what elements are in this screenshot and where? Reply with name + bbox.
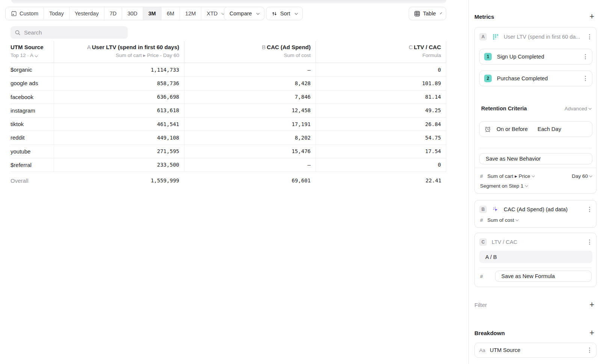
column-header-metric-a[interactable]: AUser LTV (spend in first 60 days) Sum o… [54,41,184,63]
metric-menu-button[interactable] [587,205,592,214]
row-label: facebook [11,90,54,104]
segment-row: Segment on Step 1 [480,181,592,190]
step-event-label: Purchase Completed [497,75,583,81]
row-label: google ads [11,77,54,90]
breakdown-item-card[interactable]: Aa UTM Source [474,343,596,358]
results-table: UTM Source Top 12 · A AUser LTV (spend i… [11,41,446,189]
save-behavior-button[interactable]: Save as New Behavior [479,153,592,164]
save-behavior-label: Save as New Behavior [486,156,541,162]
range-today-button[interactable]: Today [44,7,69,20]
range-30d-button[interactable]: 30D [122,7,143,20]
aggregation-row: # Sum of cost [480,215,592,224]
metric-card-c: C LTV / CAC A / B # Save as New Formula [474,233,596,287]
add-metric-button[interactable]: + [589,13,596,20]
sort-button[interactable]: Sort [266,7,303,20]
column-title: User LTV (spend in first 60 days) [92,44,179,50]
step-menu-button[interactable] [583,74,587,83]
retention-mode-value: Advanced [565,106,587,111]
breakdown-section-header: Breakdown + [474,328,596,337]
range-yesterday-button[interactable]: Yesterday [69,7,104,20]
table-row[interactable]: instagram 613,618 12,458 49.25 [11,104,446,117]
range-7d-button[interactable]: 7D [104,7,122,20]
series-letter: C [409,44,413,50]
series-letter: B [262,44,266,50]
save-formula-button[interactable]: Save as New Formula [495,271,592,282]
summary-value: 1,559,999 [54,177,184,184]
search-box[interactable] [11,26,128,39]
window-value: Day 60 [572,173,588,179]
chevron-down-icon [294,12,297,15]
cell-value: – [184,158,316,171]
range-custom-button[interactable]: Custom [6,7,44,20]
metric-a-header[interactable]: A User LTV (spend in first 60 da... [479,32,592,41]
range-label: 6M [167,11,174,17]
aggregation-dropdown[interactable]: Sum of cost [488,217,518,223]
compare-button[interactable]: Compare [224,7,264,20]
window-dropdown[interactable]: Day 60 [572,173,592,179]
metric-menu-button[interactable] [587,33,592,41]
funnel-step-2[interactable]: 2 Purchase Completed [479,71,592,86]
column-header-metric-b[interactable]: BCAC (Ad Spend) Sum of cost [184,41,316,63]
collapsed-chart-panel [11,0,446,3]
range-6m-button[interactable]: 6M [161,7,180,20]
retention-criteria-header: Retention Criteria Advanced [481,104,591,113]
metric-c-header[interactable]: C LTV / CAC [479,238,592,247]
cell-value: 8,202 [184,131,316,144]
cell-value: 461,541 [54,117,184,131]
step-number-badge: 1 [484,53,492,60]
table-row[interactable]: youtube 271,595 15,476 17.54 [11,145,446,158]
breakdown-menu-button[interactable] [587,346,592,354]
range-label: Yesterday [75,11,99,17]
table-row[interactable]: tiktok 461,541 17,191 26.84 [11,117,446,131]
segment-value: Segment on Step 1 [480,183,524,189]
column-subtitle: Sum of cart ▸ Price - Day 60 [54,52,184,59]
aggregation-value: Sum of cost [488,217,514,223]
formula-input[interactable]: A / B [479,251,592,263]
formula-value: A / B [485,254,497,260]
retention-criteria-row[interactable]: On or Before Each Day [479,121,592,137]
table-summary-row: Overall 1,559,999 69,601 22.41 [11,172,446,189]
metric-b-header[interactable]: B CAC (Ad Spend) (ad data) [479,205,592,214]
column-subtitle: Formula [316,52,446,59]
aggregation-dropdown[interactable]: Sum of cart ▸ Price [488,173,534,179]
series-letter-badge: B [479,206,487,213]
funnel-step-1[interactable]: 1 Sign Up Completed [479,49,592,65]
step-menu-button[interactable] [583,53,587,61]
range-12m-button[interactable]: 12M [180,7,201,20]
range-3m-button[interactable]: 3M [143,7,161,20]
date-range-control: Custom Today Yesterday 7D 30D 3M 6M 12M … [5,7,230,20]
retention-criteria-label: Retention Criteria [481,105,527,111]
range-label: 7D [110,11,117,17]
add-breakdown-button[interactable]: + [589,329,596,337]
series-letter-badge: A [479,33,487,41]
cell-value: 101.89 [316,77,446,90]
table-row[interactable]: facebook 636,698 7,846 81.14 [11,90,446,104]
retention-mode-dropdown[interactable]: Advanced [565,106,591,111]
segment-dropdown[interactable]: Segment on Step 1 [480,183,527,189]
table-row[interactable]: $referral 233,500 – 0 [11,158,446,172]
add-filter-button[interactable]: + [589,301,596,308]
cell-value: 1,114,733 [54,63,184,76]
search-input[interactable] [24,29,124,36]
view-selector-button[interactable]: Table [409,7,446,20]
table-header-row: UTM Source Top 12 · A AUser LTV (spend i… [11,41,446,63]
column-header-utm-source[interactable]: UTM Source Top 12 · A [11,41,54,63]
table-row[interactable]: google ads 858,736 8,428 101.89 [11,77,446,90]
step-number-badge: 2 [484,75,492,82]
metric-menu-button[interactable] [587,238,592,246]
metrics-title: Metrics [474,14,494,20]
table-row[interactable]: $organic 1,114,733 – 0 [11,63,446,77]
aggregation-value: Sum of cart ▸ Price [488,173,530,179]
toolbar: Custom Today Yesterday 7D 30D 3M 6M 12M … [0,7,462,20]
column-title: CAC (Ad Spend) [267,44,311,50]
table-row[interactable]: reddit 449,108 8,202 54.75 [11,131,446,144]
chevron-down-icon [588,107,591,110]
chevron-down-icon [532,174,535,177]
cell-value: 54.75 [316,131,446,144]
cell-value: 17.54 [316,145,446,158]
column-header-metric-c[interactable]: CLTV / CAC Formula [316,41,446,63]
table-grid-icon [414,11,420,17]
summary-label: Overall [11,177,54,184]
cell-value: 636,698 [54,90,184,104]
behavior-metric-icon [492,34,499,40]
